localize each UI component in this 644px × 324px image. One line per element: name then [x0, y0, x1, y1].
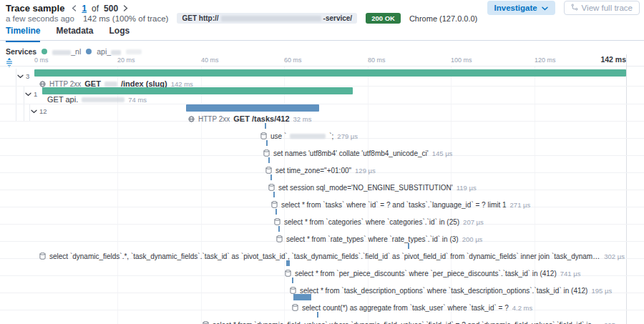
total-traces: 500 [104, 4, 118, 14]
axis-tick: 0 ms [34, 57, 49, 64]
span-bar[interactable] [286, 260, 290, 266]
axis-tick: 80 ms [368, 57, 386, 64]
header: Trace sample 1 of 500 [6, 3, 128, 14]
span-duration: 74 ms [128, 96, 147, 104]
transaction-row-index[interactable]: 3 HTTP 2xx GET /index (slug) 142 ms [0, 69, 644, 87]
span-bar[interactable] [292, 278, 293, 283]
span-bar[interactable] [317, 312, 318, 318]
db-span-row[interactable]: select * from `categories` where `catego… [0, 207, 644, 225]
trace-timestamp: a few seconds ago [6, 14, 74, 23]
trace-sample-view: Trace sample 1 of 500 Investigate View f… [0, 0, 644, 324]
db-span-row[interactable]: use ` `; 279 µs [0, 122, 644, 139]
db-span-row[interactable]: select * from `dynamic_field_values` whe… [0, 310, 644, 324]
axis-tick: 60 ms [284, 57, 302, 64]
status-badge: 200 OK [366, 13, 401, 24]
child-count: 12 [39, 107, 47, 115]
header-actions: Investigate View full trace [487, 1, 640, 15]
child-count: 1 [34, 90, 37, 98]
next-trace-icon[interactable] [123, 5, 128, 11]
url-suffix: -service/ [323, 14, 353, 22]
url-prefix: GET http:// [182, 14, 218, 22]
child-count: 3 [26, 72, 29, 80]
axis-tick: 20 ms [117, 57, 135, 64]
span-name: GET api. [47, 95, 78, 104]
service-dot-blue [86, 49, 92, 54]
service-dot-green [42, 49, 47, 54]
axis-end-label: 142 ms [600, 55, 626, 64]
page-title: Trace sample [6, 3, 64, 14]
user-agent: Chrome (127.0.0.0) [409, 14, 477, 23]
pagination-of-label: of [92, 4, 99, 14]
trace-pagination: 1 of 500 [72, 4, 128, 14]
db-span-row[interactable]: select count(*) as aggregate from `task_… [0, 293, 644, 310]
span-bar[interactable] [278, 226, 280, 232]
db-span-row[interactable]: set session sql_mode='NO_ENGINE_SUBSTITU… [0, 173, 644, 190]
investigate-button[interactable]: Investigate [487, 1, 555, 15]
services-legend: Services _nl api_ [6, 47, 142, 56]
service-name-1: _nl [52, 47, 81, 56]
redacted-url [82, 97, 125, 102]
services-label: Services [6, 47, 36, 56]
view-full-trace-button[interactable]: View full trace [564, 1, 640, 15]
db-span-row[interactable]: select `dynamic_fields`.*, `task_dynamic… [0, 242, 644, 259]
collapse-toggle[interactable]: 1 [25, 90, 37, 98]
span-bar[interactable] [266, 140, 268, 146]
span-bar[interactable] [270, 175, 272, 180]
span-bar[interactable] [268, 157, 270, 163]
axis-tick: 120 ms [535, 57, 556, 64]
trace-icon [571, 4, 578, 12]
db-span-row[interactable]: set names 'utf8mb4' collate 'utf8mb4_uni… [0, 139, 644, 156]
chevron-down-icon [542, 4, 548, 12]
trace-duration: 142 ms (100% of trace) [83, 14, 169, 23]
db-span-row[interactable]: set time_zone="+01:00" 129 µs [0, 156, 644, 173]
db-span-row[interactable]: select * from `task_description_options`… [0, 276, 644, 293]
db-span-row[interactable]: select * from `rate_types` where `rate_t… [0, 225, 644, 242]
span-bar[interactable] [186, 104, 319, 112]
view-full-trace-label: View full trace [582, 4, 633, 12]
axis-divider [0, 66, 644, 67]
transaction-row-tasks[interactable]: 12 HTTP 2xx GET /tasks/412 32 ms [0, 104, 644, 122]
trace-summary: a few seconds ago 142 ms (100% of trace)… [6, 13, 477, 24]
span-bar[interactable] [34, 69, 626, 77]
span-row-get-api[interactable]: 1 GET api. 74 ms [0, 87, 644, 104]
request-url-badge[interactable]: GET http:// -service/ [177, 13, 357, 24]
span-bar[interactable] [275, 209, 277, 215]
service-name-3-redacted [126, 49, 142, 54]
span-bar[interactable] [273, 192, 275, 197]
span-bar[interactable] [293, 294, 311, 300]
redacted-host [104, 82, 117, 87]
prev-trace-icon[interactable] [72, 5, 77, 11]
current-trace-number[interactable]: 1 [82, 4, 87, 14]
span-duration: 295 µs [604, 321, 625, 324]
axis-tick: 100 ms [451, 57, 472, 64]
redacted-db-name [290, 134, 326, 139]
service-name-2: api_ [97, 47, 121, 56]
investigate-label: Investigate [494, 4, 537, 12]
tabs-divider [0, 40, 644, 41]
sql-statement: select * from `dynamic_field_values` whe… [213, 321, 600, 324]
collapse-toggle[interactable]: 12 [31, 107, 47, 115]
axis-tick: 40 ms [201, 57, 219, 64]
span-bar[interactable] [265, 123, 266, 129]
span-bar[interactable] [42, 87, 353, 94]
db-span-row[interactable]: select * from `tasks` where `id` = ? and… [0, 190, 644, 207]
span-bar[interactable] [408, 243, 409, 249]
redacted-url [221, 16, 321, 21]
collapse-toggle[interactable]: 3 [17, 72, 29, 80]
db-span-row[interactable]: select * from `per_piece_discounts` wher… [0, 259, 644, 276]
database-icon [203, 318, 209, 324]
